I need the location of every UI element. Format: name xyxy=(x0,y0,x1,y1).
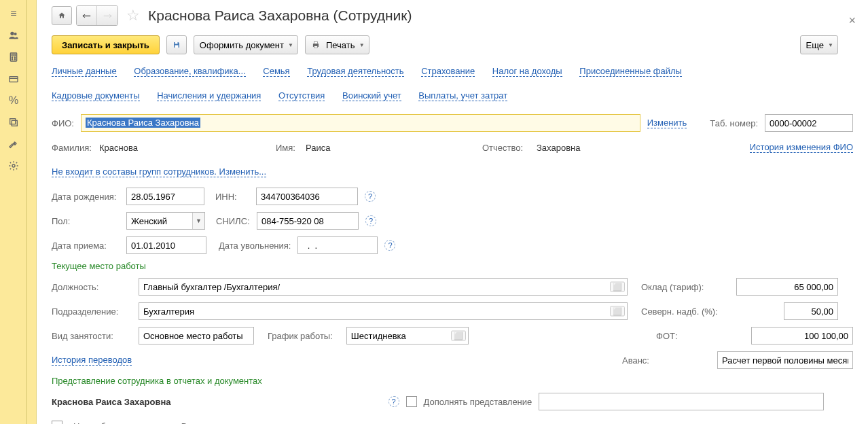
fio-history-link[interactable]: История изменения ФИО xyxy=(750,142,853,153)
home-button[interactable] xyxy=(52,6,72,25)
repr-header: Представление сотрудника в отчетах и док… xyxy=(52,376,853,386)
menu-icon[interactable]: ≡ xyxy=(0,3,27,24)
birth-input[interactable] xyxy=(126,188,204,205)
save-close-button[interactable]: Записать и закрыть xyxy=(52,35,160,54)
close-icon[interactable]: × xyxy=(848,14,856,28)
users-icon[interactable] xyxy=(0,24,27,46)
fire-help-icon[interactable]: ? xyxy=(384,240,395,251)
inn-input[interactable] xyxy=(256,188,358,205)
salary-input[interactable] xyxy=(736,278,838,296)
svg-point-6 xyxy=(12,59,12,60)
svg-rect-13 xyxy=(175,42,177,44)
department-input[interactable] xyxy=(139,302,628,320)
transfers-link[interactable]: История переводов xyxy=(52,355,132,366)
favorite-star-icon[interactable]: ☆ xyxy=(126,7,140,24)
svg-point-0 xyxy=(10,32,14,35)
tab-family[interactable]: Семья xyxy=(263,66,289,77)
svg-point-5 xyxy=(14,57,15,58)
north-input[interactable] xyxy=(784,302,838,320)
sidebar: ≡ % xyxy=(0,0,27,424)
wrench-icon[interactable] xyxy=(0,133,27,155)
fire-label: Дата увольнения: xyxy=(219,241,291,251)
tab-absence[interactable]: Отсутствия xyxy=(278,90,325,101)
svg-point-1 xyxy=(14,33,17,35)
tab-labor[interactable]: Трудовая деятельность xyxy=(307,66,403,77)
lookup-icon[interactable]: ⬜ xyxy=(610,282,625,292)
svg-rect-11 xyxy=(10,119,16,124)
yellow-strip xyxy=(27,0,37,424)
page-title: Краснова Раиса Захаровна (Сотрудник) xyxy=(148,7,412,24)
tab-personal[interactable]: Личные данные xyxy=(52,66,117,77)
svg-rect-3 xyxy=(12,54,15,56)
snils-input[interactable] xyxy=(257,212,359,230)
fot-input[interactable] xyxy=(751,327,853,344)
lookup-icon[interactable]: ⬜ xyxy=(451,331,466,341)
name-label: Имя: xyxy=(276,143,299,153)
save-button[interactable] xyxy=(166,35,187,54)
fio-input[interactable]: Краснова Раиса Захаровна xyxy=(81,114,640,132)
tab-education[interactable]: Образование, квалифика... xyxy=(134,66,245,77)
copy-icon[interactable] xyxy=(0,111,27,133)
schedule-input[interactable] xyxy=(346,327,469,344)
supplement-checkbox[interactable] xyxy=(406,396,417,407)
tabnum-label: Таб. номер: xyxy=(710,118,758,128)
fot-label: ФОТ: xyxy=(656,331,738,341)
snils-label: СНИЛС: xyxy=(216,216,250,226)
tab-tax[interactable]: Налог на доходы xyxy=(492,66,562,77)
percent-icon[interactable]: % xyxy=(0,90,27,111)
card-icon[interactable] xyxy=(0,68,27,90)
chevron-down-icon[interactable]: ▼ xyxy=(192,213,204,229)
tab-files[interactable]: Присоединенные файлы xyxy=(579,66,682,77)
snils-help-icon[interactable]: ? xyxy=(365,215,376,226)
groups-link[interactable]: Не входит в составы групп сотрудников. И… xyxy=(52,166,266,177)
tab-payments[interactable]: Выплаты, учет затрат xyxy=(418,90,507,101)
advance-input[interactable] xyxy=(717,351,853,369)
supplement-input[interactable] xyxy=(539,393,824,410)
position-label: Должность: xyxy=(52,282,125,292)
salary-label: Оклад (тариф): xyxy=(641,282,723,292)
fio-change-link[interactable]: Изменить xyxy=(647,118,687,128)
svg-rect-16 xyxy=(314,41,318,43)
patronymic-label: Отчество: xyxy=(482,143,530,153)
north-label: Северн. надб. (%): xyxy=(641,306,723,317)
department-label: Подразделение: xyxy=(52,306,125,317)
hide-label: Не отображать в списках. Все операции по… xyxy=(73,421,348,425)
hide-checkbox[interactable] xyxy=(52,421,62,424)
print-menu[interactable]: Печать xyxy=(305,35,369,54)
tab-insurance[interactable]: Страхование xyxy=(421,66,475,77)
advance-label: Аванс: xyxy=(622,355,704,366)
tabnum-input[interactable] xyxy=(765,114,853,132)
svg-point-7 xyxy=(14,59,15,60)
document-menu[interactable]: Оформить документ xyxy=(194,35,298,54)
calculator-icon[interactable] xyxy=(0,46,27,68)
svg-point-4 xyxy=(12,57,12,58)
repr-name: Краснова Раиса Захаровна xyxy=(52,397,171,407)
position-input[interactable] xyxy=(139,278,628,296)
forward-button[interactable]: 🡒 xyxy=(97,6,117,25)
schedule-label: График работы: xyxy=(268,331,333,341)
more-menu[interactable]: Еще xyxy=(800,35,838,54)
fire-input[interactable] xyxy=(297,236,378,254)
name-value: Раиса xyxy=(306,143,475,153)
gender-select[interactable]: ▼ xyxy=(126,212,205,230)
back-button[interactable]: 🡐 xyxy=(77,6,97,25)
inn-label: ИНН: xyxy=(215,192,249,202)
gear-icon[interactable] xyxy=(0,155,27,177)
main-content: 🡐 🡒 ☆ Краснова Раиса Захаровна (Сотрудни… xyxy=(37,0,868,424)
svg-rect-17 xyxy=(314,46,318,48)
lookup-icon[interactable]: ⬜ xyxy=(610,306,625,317)
repr-help-icon[interactable]: ? xyxy=(388,396,399,407)
hire-label: Дата приема: xyxy=(52,241,120,251)
birth-label: Дата рождения: xyxy=(52,192,120,202)
surname-label: Фамилия: xyxy=(52,143,92,153)
workplace-header: Текущее место работы xyxy=(52,261,853,271)
svg-rect-14 xyxy=(175,46,178,48)
tab-hr-docs[interactable]: Кадровые документы xyxy=(52,90,140,101)
employment-input[interactable] xyxy=(139,327,254,344)
tab-accruals[interactable]: Начисления и удержания xyxy=(157,90,261,101)
fio-label: ФИО: xyxy=(52,118,74,128)
tab-military[interactable]: Воинский учет xyxy=(342,90,401,101)
hire-input[interactable] xyxy=(126,236,206,254)
inn-help-icon[interactable]: ? xyxy=(365,191,376,202)
patronymic-value: Захаровна xyxy=(537,143,580,153)
